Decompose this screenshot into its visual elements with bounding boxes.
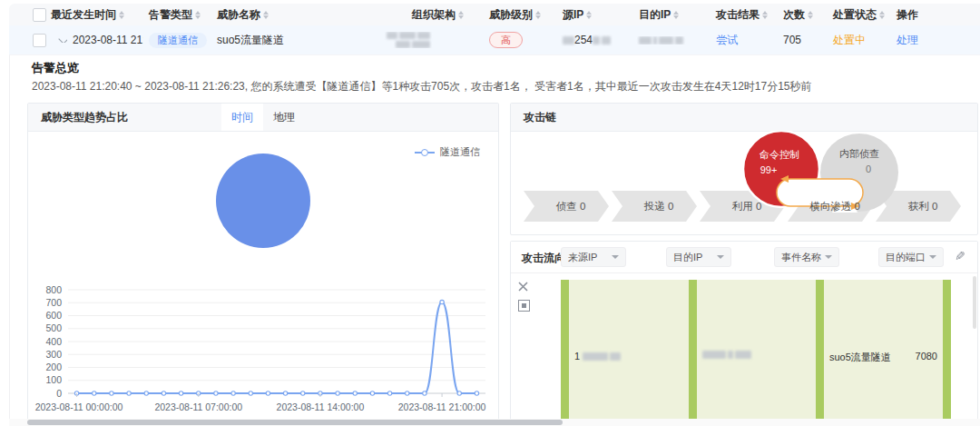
filter-select-event-name[interactable]: 事件名称 [774, 247, 839, 267]
flow-node-bar[interactable] [689, 280, 697, 426]
flow-band-1[interactable]: 1 [569, 280, 689, 426]
alert-type-badge: 隧道通信 [149, 33, 207, 48]
masked-ip-prefix [563, 36, 574, 45]
svg-text:侦查 0: 侦查 0 [555, 201, 586, 212]
edit-pencil-icon[interactable]: ✎ [955, 250, 965, 263]
cell-source-ip: 254 [552, 34, 633, 46]
attack-chain-svg: 侦查 0投递 0利用 0横向渗透 0获利 0命令控制99+内部侦查0 [511, 131, 977, 235]
cell-org-masked [379, 32, 484, 48]
attack-chain-title: 攻击链 [511, 110, 556, 125]
col-header-source-ip[interactable]: 源IP [552, 7, 633, 23]
svg-text:利用 0: 利用 0 [732, 201, 762, 212]
source-ip-visible-fragment: 254 [574, 34, 593, 46]
attack-flow-header: 攻击流向 来源IP 目的IP 事件名称 目的端口 ✎ [511, 242, 977, 273]
overview-title: 告警总览 [32, 60, 79, 76]
tab-time[interactable]: 时间 [221, 104, 263, 131]
flow-node-bar[interactable] [561, 280, 569, 426]
flow-band-3[interactable]: suo5流量隧道 7080 [824, 280, 943, 426]
sort-icon[interactable] [808, 11, 813, 19]
legend-item[interactable]: 隧道通信 [415, 145, 480, 159]
col-header-time[interactable]: 最近发生时间 [49, 7, 143, 23]
chevron-down-icon [612, 255, 619, 259]
alert-dashboard-page: 最近发生时间 告警类型 威胁名称 组织架构 威胁级别 源IP 目的IP 攻击结果… [0, 0, 980, 426]
attack-result-text: 尝试 [716, 33, 738, 48]
sort-icon[interactable] [586, 11, 592, 19]
svg-text:500: 500 [45, 322, 62, 333]
col-header-threat-level[interactable]: 威胁级别 [484, 7, 552, 23]
svg-text:300: 300 [45, 349, 62, 360]
cell-time: 2023-08-11 21:26:23 [67, 34, 143, 46]
col-header-action: 操作 [887, 7, 980, 23]
svg-text:200: 200 [45, 362, 62, 372]
svg-text:400: 400 [45, 336, 62, 347]
cell-action: 处理 [887, 33, 980, 48]
col-header-count[interactable]: 次数 [774, 7, 824, 23]
alert-table-row[interactable]: 2023-08-11 21:26:23 隧道通信 suo5流量隧道 高 254 … [9, 25, 980, 54]
overview-summary: 2023-08-11 21:20:40 ~ 2023-08-11 21:26:2… [32, 79, 812, 94]
svg-text:获利 0: 获利 0 [908, 201, 938, 212]
legend-line-circle-icon [415, 152, 435, 154]
fullscreen-expand-icon[interactable] [517, 280, 529, 296]
threat-trend-title: 威胁类型趋势占比 [28, 110, 128, 125]
svg-text:0: 0 [866, 163, 871, 174]
col-header-handle-status[interactable]: 处置状态 [824, 7, 887, 23]
flow-label-2 [702, 351, 751, 359]
fit-view-icon[interactable] [518, 300, 530, 312]
sort-icon[interactable] [535, 11, 541, 19]
flow-band-2[interactable] [697, 280, 816, 426]
attack-chain-panel-header: 攻击链 [511, 104, 977, 132]
col-header-org[interactable]: 组织架构 [379, 7, 484, 23]
horizontal-scrollbar-thumb[interactable] [27, 420, 563, 425]
masked-org-value [387, 32, 430, 48]
sort-icon[interactable] [195, 11, 201, 19]
cell-threat-level: 高 [484, 32, 552, 48]
svg-text:700: 700 [45, 297, 62, 308]
filter-select-dest-ip[interactable]: 目的IP [666, 247, 731, 267]
svg-text:2023-08-11 07:00:00: 2023-08-11 07:00:00 [154, 401, 242, 412]
svg-text:2023-08-11 00:00:00: 2023-08-11 00:00:00 [35, 401, 123, 412]
cell-threat-name: suo5流量隧道 [211, 33, 379, 48]
row-checkbox-cell [9, 34, 49, 47]
cell-count: 705 [774, 34, 824, 46]
sort-icon[interactable] [263, 11, 269, 19]
legend-label: 隧道通信 [440, 145, 480, 159]
alerts-table-header: 最近发生时间 告警类型 威胁名称 组织架构 威胁级别 源IP 目的IP 攻击结果… [9, 4, 980, 25]
sort-icon[interactable] [458, 11, 464, 19]
sort-icon[interactable] [762, 11, 768, 19]
square-icon [518, 300, 530, 312]
filter-select-source-ip[interactable]: 来源IP [561, 247, 626, 267]
col-header-dest-ip[interactable]: 目的IP [633, 7, 710, 23]
row-expander-cell [49, 38, 67, 43]
sort-icon[interactable] [119, 11, 124, 19]
trend-tabs: 时间 地理 [221, 104, 305, 131]
masked-flow-label [702, 351, 751, 359]
row-expander-chevron-down-icon[interactable] [58, 38, 67, 43]
flow-event-label: suo5流量隧道 [829, 351, 891, 364]
col-header-attack-result[interactable]: 攻击结果 [710, 7, 774, 23]
chevron-down-icon [929, 255, 936, 259]
pie-circle [216, 154, 310, 248]
handle-action-link[interactable]: 处理 [897, 33, 918, 48]
sort-icon[interactable] [879, 11, 885, 19]
flow-label-1: 1 [574, 351, 621, 362]
flow-port-label: 7080 [916, 351, 937, 362]
svg-text:2023-08-11 14:00:00: 2023-08-11 14:00:00 [277, 401, 365, 412]
col-header-alert-type[interactable]: 告警类型 [143, 7, 211, 23]
panel-vertical-scrollbar[interactable] [973, 276, 976, 329]
flow-node-bar[interactable] [816, 280, 824, 426]
col-header-threat-name[interactable]: 威胁名称 [211, 7, 379, 23]
row-checkbox[interactable] [33, 34, 46, 47]
flow-node-bar[interactable] [943, 280, 951, 426]
svg-text:命令控制: 命令控制 [760, 149, 799, 160]
horizontal-scrollbar-track[interactable] [9, 419, 980, 426]
tab-geo[interactable]: 地理 [263, 104, 305, 131]
masked-ip-suffix [593, 36, 611, 45]
svg-text:100: 100 [45, 374, 62, 385]
select-all-checkbox[interactable] [33, 8, 46, 22]
sort-icon[interactable] [673, 11, 679, 19]
attack-chain-diagram: 侦查 0投递 0利用 0横向渗透 0获利 0命令控制99+内部侦查0 [511, 131, 977, 235]
attack-chain-panel: 攻击链 侦查 0投递 0利用 0横向渗透 0获利 0命令控制99+内部侦查0 [510, 103, 978, 235]
filter-select-dest-port[interactable]: 目的端口 [878, 247, 944, 267]
attack-flow-panel: 攻击流向 来源IP 目的IP 事件名称 目的端口 ✎ 1 [510, 241, 978, 426]
svg-text:投递 0: 投递 0 [643, 201, 674, 212]
